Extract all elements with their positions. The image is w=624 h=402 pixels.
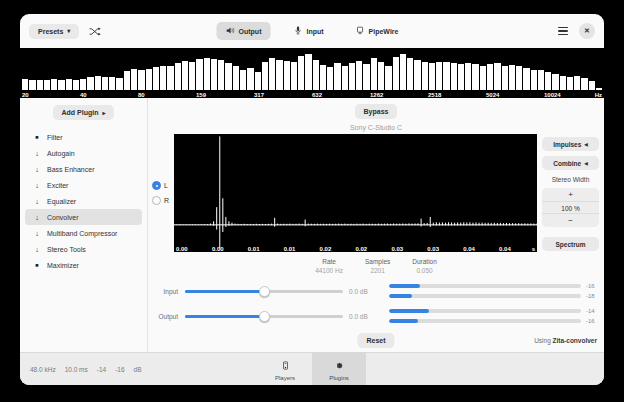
- tab-output[interactable]: Output: [217, 22, 271, 40]
- spectrum-bar: [443, 62, 449, 90]
- spectrum-view-button[interactable]: Spectrum: [542, 237, 599, 251]
- impulses-button[interactable]: Impulses ◀: [542, 137, 599, 151]
- bypass-button[interactable]: Bypass: [355, 104, 398, 119]
- tab-label: Input: [306, 28, 323, 35]
- shuffle-button[interactable]: [85, 22, 105, 41]
- sidebar-item-label: Autogain: [47, 150, 75, 157]
- status-bar: 48.0 kHz 10.0 ms -14 -16 dB PlayersPlugi…: [20, 352, 604, 385]
- latency-value: 10.0 ms: [65, 366, 88, 373]
- input-slider-handle[interactable]: [259, 286, 270, 297]
- spectrum-bar: [509, 65, 515, 90]
- spectrum-bar: [87, 77, 93, 90]
- channel-radio-r[interactable]: R: [152, 196, 174, 205]
- sidebar-item-label: Multiband Compressor: [47, 230, 117, 237]
- down-arrow-icon: ↓: [33, 246, 41, 253]
- input-meter-left-db: -16: [586, 283, 600, 289]
- spectrum-bar: [538, 70, 544, 90]
- combine-button[interactable]: Combine ◀: [542, 156, 599, 170]
- stereo-width-decrease-button[interactable]: −: [542, 214, 599, 227]
- sidebar-item-autogain[interactable]: ↓Autogain: [25, 145, 142, 161]
- spectrum-bar: [29, 80, 35, 90]
- spectrum-bar: [73, 80, 79, 90]
- duration-info: Duration 0.050: [412, 258, 437, 274]
- engine-name: Zita-convolver: [553, 337, 597, 344]
- presets-button[interactable]: Presets ▾: [29, 24, 79, 39]
- easyeffects-window: Presets ▾ OutputInputPipeWire ✕ 20408015…: [20, 14, 604, 385]
- spectrum-bar: [494, 63, 500, 90]
- input-meter-right-db: -18: [586, 293, 600, 299]
- output-gain-slider[interactable]: [185, 310, 343, 322]
- samples-info: Samples 2201: [365, 258, 390, 274]
- add-plugin-button[interactable]: Add Plugin ▸: [53, 105, 115, 120]
- header-right: ✕: [548, 23, 595, 39]
- spectrum-bar: [356, 61, 362, 90]
- spectrum-bar: [552, 74, 558, 90]
- bottom-tabs: PlayersPlugins: [258, 353, 366, 385]
- stereo-width-increase-button[interactable]: +: [542, 188, 599, 201]
- input-label: Input: [148, 288, 178, 295]
- mic-icon: [293, 26, 302, 36]
- tab-pipewire[interactable]: PipeWire: [347, 22, 408, 40]
- spectrum-bar: [305, 54, 311, 90]
- sidebar-item-exciter[interactable]: ↓Exciter: [25, 177, 142, 193]
- output-spectrum-chart: 20408015931763212622518502410024Hz: [20, 48, 604, 98]
- square-icon: ■: [33, 134, 41, 141]
- input-level-row: Input 0.0 dB -16 -18: [148, 283, 604, 299]
- square-icon: ■: [33, 262, 41, 269]
- chevron-down-icon: ▾: [67, 28, 70, 34]
- channel-label: R: [164, 197, 169, 204]
- channel-radio-l[interactable]: L: [152, 181, 174, 190]
- sidebar-item-filter[interactable]: ■Filter: [25, 129, 142, 145]
- bottom-tab-plugins[interactable]: Plugins: [312, 353, 366, 385]
- spectrum-bar: [131, 69, 137, 90]
- spectrum-bar: [472, 64, 478, 90]
- reset-button[interactable]: Reset: [357, 333, 394, 348]
- input-gain-slider[interactable]: [185, 285, 343, 297]
- spectrum-bar: [116, 78, 122, 90]
- sidebar-item-bass-enhancer[interactable]: ↓Bass Enhancer: [25, 161, 142, 177]
- bottom-tab-players[interactable]: Players: [258, 353, 312, 385]
- spectrum-bar: [225, 63, 231, 90]
- impulse-waveform-svg: [174, 134, 537, 252]
- hamburger-icon: [558, 27, 568, 36]
- time-tick-label: 0.02: [356, 246, 368, 252]
- time-tick-label: s: [532, 246, 535, 252]
- output-meter-left: [389, 309, 581, 313]
- sidebar-item-equalizer[interactable]: ↓Equalizer: [25, 193, 142, 209]
- spectrum-bar: [422, 62, 428, 90]
- spectrum-bar: [153, 67, 159, 90]
- spectrum-bar: [378, 62, 384, 90]
- tab-input[interactable]: Input: [284, 22, 332, 40]
- waveform-time-axis: 0.000.000.010.010.020.020.030.030.040.04…: [176, 244, 535, 252]
- spectrum-bar: [240, 70, 246, 90]
- sidebar-item-convolver[interactable]: ↓Convolver: [25, 209, 142, 225]
- bottom-tab-label: Plugins: [329, 375, 349, 381]
- sidebar-item-maximizer[interactable]: ■Maximizer: [25, 257, 142, 273]
- spectrum-bar: [167, 66, 173, 90]
- spectrum-bar: [523, 68, 529, 90]
- output-slider-handle[interactable]: [259, 311, 270, 322]
- down-arrow-icon: ↓: [33, 198, 41, 205]
- status-info: 48.0 kHz 10.0 ms -14 -16 dB: [30, 366, 142, 373]
- spectrum-bar: [138, 70, 144, 90]
- spectrum-bar: [284, 61, 290, 90]
- tab-label: PipeWire: [369, 28, 399, 35]
- reset-row: Reset Using Zita-convolver: [148, 333, 604, 349]
- sidebar-item-label: Maximizer: [47, 262, 79, 269]
- spectrum-bar: [262, 62, 268, 90]
- speaker-icon: [226, 26, 235, 36]
- sidebar-item-stereo-tools[interactable]: ↓Stereo Tools: [25, 241, 142, 257]
- plugin-list: ■Filter↓Autogain↓Bass Enhancer↓Exciter↓E…: [20, 129, 147, 273]
- menu-button[interactable]: [554, 25, 572, 38]
- spectrum-bar: [407, 58, 413, 90]
- spectrum-bar: [393, 57, 399, 90]
- content-area: Add Plugin ▸ ■Filter↓Autogain↓Bass Enhan…: [20, 98, 604, 352]
- spectrum-bar: [531, 70, 537, 90]
- spectrum-bar: [218, 60, 224, 90]
- spectrum-bar: [480, 66, 486, 90]
- down-arrow-icon: ↓: [33, 182, 41, 189]
- close-button[interactable]: ✕: [579, 23, 595, 39]
- sidebar-item-multiband-compressor[interactable]: ↓Multiband Compressor: [25, 225, 142, 241]
- spectrum-bar: [320, 65, 326, 90]
- spectrum-bar: [255, 72, 261, 90]
